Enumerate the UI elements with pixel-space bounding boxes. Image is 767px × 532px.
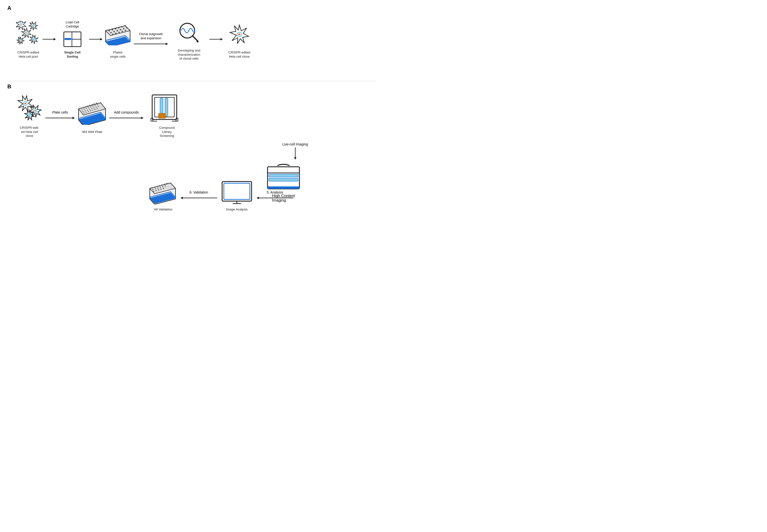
svg-point-75 xyxy=(95,105,96,106)
arrow-analysis xyxy=(256,195,293,200)
svg-point-8 xyxy=(26,33,27,34)
svg-marker-41 xyxy=(166,43,168,45)
image-analysis-item: Image Analysis xyxy=(218,179,255,212)
arrow-2 xyxy=(88,37,103,42)
svg-marker-129 xyxy=(180,197,183,199)
magnifier-icon xyxy=(178,21,200,43)
svg-rect-98 xyxy=(158,113,165,118)
svg-point-27 xyxy=(121,26,123,27)
hit-validation-icon xyxy=(148,181,178,204)
plate-384-icon xyxy=(77,100,107,125)
svg-point-58 xyxy=(29,114,30,116)
svg-point-39 xyxy=(125,30,126,31)
svg-point-36 xyxy=(115,33,117,34)
crispr-pool-icon xyxy=(16,21,40,48)
svg-point-49 xyxy=(238,33,240,35)
svg-point-119 xyxy=(157,188,158,189)
svg-point-69 xyxy=(81,109,82,110)
svg-marker-16 xyxy=(53,38,56,40)
svg-point-63 xyxy=(85,106,86,107)
validation-step: 6. Validation xyxy=(179,190,218,200)
add-compounds-step: Add compounds xyxy=(108,110,145,120)
svg-point-126 xyxy=(160,189,161,190)
analysis-label: 5. Analysis xyxy=(267,190,283,194)
genotyping-item: Genotyping andcharacterizationof clonal … xyxy=(169,18,209,61)
svg-point-44 xyxy=(197,40,198,42)
svg-rect-131 xyxy=(224,183,250,199)
arrow-plate-cells xyxy=(45,116,75,120)
svg-point-5 xyxy=(33,25,34,26)
arrow-3 xyxy=(134,41,168,46)
svg-point-91 xyxy=(97,108,98,109)
svg-point-66 xyxy=(92,104,92,105)
hit-validation-item: Hit Validation xyxy=(147,179,179,212)
svg-point-84 xyxy=(98,106,99,107)
svg-point-61 xyxy=(80,108,81,109)
svg-marker-135 xyxy=(256,197,259,199)
svg-point-37 xyxy=(118,32,120,33)
svg-point-86 xyxy=(86,112,87,113)
svg-point-64 xyxy=(87,105,88,106)
plate-a-icon xyxy=(104,23,131,45)
svg-point-31 xyxy=(117,30,118,31)
svg-point-74 xyxy=(92,106,93,107)
svg-point-55 xyxy=(34,110,36,112)
svg-marker-93 xyxy=(141,117,144,119)
svg-point-80 xyxy=(89,109,90,110)
svg-point-122 xyxy=(165,185,166,186)
diagram: A xyxy=(0,0,384,266)
hit-validation-caption: Hit Validation xyxy=(154,208,172,212)
plate-cells-label: Plate cells xyxy=(52,110,68,114)
svg-point-32 xyxy=(120,29,121,30)
single-cell-caption: Single CellSorting xyxy=(64,51,80,59)
crispr-clone-b-caption: CRISPR-edit-ed Hela cellclone xyxy=(20,126,39,138)
crispr-clone-caption: CRISPR-editedHela cell clone xyxy=(228,51,250,59)
svg-marker-46 xyxy=(220,38,223,40)
arrow-validation xyxy=(180,195,217,200)
svg-point-28 xyxy=(125,25,126,26)
svg-point-81 xyxy=(91,108,92,109)
svg-point-25 xyxy=(115,28,116,29)
svg-point-34 xyxy=(126,27,128,28)
arrow-add-compounds xyxy=(109,116,144,120)
svg-point-33 xyxy=(123,28,124,29)
section-b-top-row: CRISPR-edit-ed Hela cellclone Plate cell… xyxy=(15,87,378,143)
svg-point-116 xyxy=(166,183,167,184)
svg-point-111 xyxy=(154,187,155,188)
monitor-icon xyxy=(221,180,253,205)
crispr-clone-b-icon xyxy=(17,95,42,122)
plated-cells-item: Platedsingle cells xyxy=(103,20,132,59)
analysis-step: 5. Analysis xyxy=(255,190,294,200)
svg-point-82 xyxy=(93,107,94,108)
svg-point-78 xyxy=(85,110,86,111)
svg-point-117 xyxy=(152,189,153,190)
svg-point-127 xyxy=(163,188,164,189)
clonal-step: Clonal outgrowthand expansion xyxy=(132,32,169,47)
clonal-text: Clonal outgrowthand expansion xyxy=(139,32,163,40)
load-cell-text: Load CellCartridge xyxy=(66,20,79,29)
svg-marker-0 xyxy=(16,21,27,31)
svg-point-114 xyxy=(161,184,162,185)
compound-screen-caption: CompoundLibraryScreening xyxy=(159,126,175,138)
section-a-flow: CRISPR-editedHela cell pool Load CellCar… xyxy=(15,7,378,71)
svg-point-118 xyxy=(155,188,156,189)
svg-point-88 xyxy=(90,110,91,111)
svg-rect-20 xyxy=(65,38,71,40)
svg-point-30 xyxy=(114,31,115,32)
svg-point-68 xyxy=(96,103,97,104)
load-cell-item: Load CellCartridge Single CellSorting xyxy=(56,20,88,59)
svg-point-62 xyxy=(83,107,84,108)
svg-point-73 xyxy=(90,106,91,107)
crispr-clone-icon xyxy=(227,22,251,47)
svg-point-87 xyxy=(88,111,89,112)
genotyping-caption: Genotyping andcharacterizationof clonal … xyxy=(178,49,200,61)
section-b-label: B xyxy=(7,83,11,90)
arrow-4 xyxy=(209,37,223,42)
svg-point-71 xyxy=(86,108,87,109)
section-a-label: A xyxy=(7,5,11,11)
arrow-1 xyxy=(42,37,56,42)
svg-point-83 xyxy=(96,107,97,108)
section-divider xyxy=(7,81,376,81)
image-analysis-caption: Image Analysis xyxy=(226,208,247,212)
svg-point-38 xyxy=(122,31,123,32)
